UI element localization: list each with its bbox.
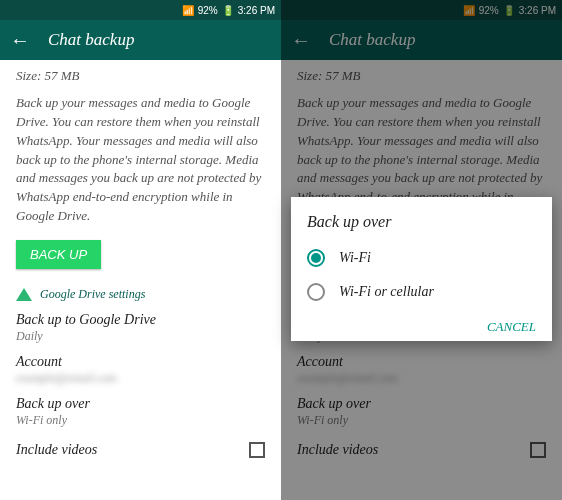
backup-button[interactable]: BACK UP [16,240,101,269]
google-drive-icon [16,288,32,301]
status-bar: 📶 92% 🔋 3:26 PM [0,0,281,20]
opt-label: Include videos [16,442,97,458]
google-drive-header: Google Drive settings [16,287,265,302]
radio-label: Wi-Fi [339,250,371,266]
title-bar: ← Chat backup [0,20,281,60]
option-account[interactable]: Account example@email.com [16,354,265,386]
phone-left: 📶 92% 🔋 3:26 PM ← Chat backup Size: 57 M… [0,0,281,500]
battery-icon: 🔋 [222,5,234,16]
opt-label: Back up over [16,396,265,412]
backup-description: Back up your messages and media to Googl… [16,94,265,226]
battery-pct: 92% [198,5,218,16]
phone-right: 📶 92% 🔋 3:26 PM ← Chat backup Size: 57 M… [281,0,562,500]
opt-value: Wi-Fi only [16,413,265,428]
google-drive-title: Google Drive settings [40,287,145,302]
signal-icon: 📶 [182,5,194,16]
page-title: Chat backup [48,30,134,50]
radio-option-wifi[interactable]: Wi-Fi [307,241,536,275]
radio-option-wifi-cellular[interactable]: Wi-Fi or cellular [307,275,536,309]
option-include-videos[interactable]: Include videos [16,442,265,458]
dialog-actions: CANCEL [307,309,536,335]
clock: 3:26 PM [238,5,275,16]
radio-label: Wi-Fi or cellular [339,284,434,300]
opt-value: Daily [16,329,265,344]
backup-size: Size: 57 MB [16,68,265,84]
back-arrow-icon[interactable]: ← [10,29,30,52]
checkbox-icon[interactable] [249,442,265,458]
cancel-button[interactable]: CANCEL [487,319,536,334]
opt-value-blurred: example@email.com [16,371,265,386]
content: Size: 57 MB Back up your messages and me… [0,60,281,500]
option-backup-to-drive[interactable]: Back up to Google Drive Daily [16,312,265,344]
radio-icon[interactable] [307,283,325,301]
dialog-title: Back up over [307,213,536,231]
opt-label: Back up to Google Drive [16,312,265,328]
opt-label: Account [16,354,265,370]
option-backup-over[interactable]: Back up over Wi-Fi only [16,396,265,428]
radio-icon-selected[interactable] [307,249,325,267]
backup-over-dialog: Back up over Wi-Fi Wi-Fi or cellular CAN… [291,197,552,341]
